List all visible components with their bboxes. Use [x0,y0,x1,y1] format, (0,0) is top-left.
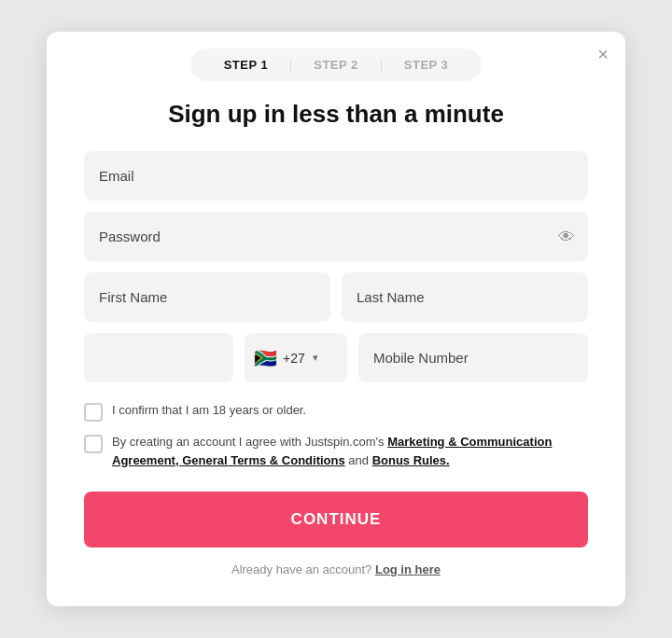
flag-icon: 🇿🇦 [254,347,277,369]
agreement-text-before: By creating an account I agree with Just… [112,435,387,449]
age-checkbox-row: I confirm that I am 18 years or older. [84,401,588,422]
continue-button[interactable]: CONTINUE [84,492,588,548]
modal-wrapper: STEP 1 STEP 2 STEP 3 × Sign up in less t… [0,0,672,638]
chevron-down-icon: ▾ [313,352,318,364]
currency-field: USD [84,333,233,382]
first-name-field[interactable] [84,272,330,322]
login-link[interactable]: Log in here [375,562,441,576]
mobile-field-wrapper [358,333,588,382]
step-divider-2 [381,59,382,72]
form-area: 👁 USD 🇿🇦 +27 ▾ [47,151,625,576]
email-field[interactable] [84,151,588,201]
password-field[interactable] [84,212,588,261]
step-3: STEP 3 [404,58,449,72]
eye-icon[interactable]: 👁 [558,227,575,246]
phone-code-value: +27 [283,351,305,366]
close-button[interactable]: × [597,45,609,63]
bonus-rules-link[interactable]: Bonus Rules. [372,453,450,467]
step-1: STEP 1 [224,58,269,72]
steps-pill: STEP 1 STEP 2 STEP 3 [190,49,483,81]
mobile-number-field[interactable] [358,333,588,382]
modal-title: Sign up in less than a minute [47,100,625,129]
step-2: STEP 2 [314,58,358,72]
currency-input[interactable]: USD [84,333,233,382]
login-text: Already have an account? Log in here [84,562,588,576]
age-label: I confirm that I am 18 years or older. [112,401,306,420]
agreement-text-middle: and [345,453,372,467]
agreement-checkbox[interactable] [84,435,103,453]
name-row [84,272,588,322]
already-have-account-text: Already have an account? [231,562,371,576]
contact-row: USD 🇿🇦 +27 ▾ [84,333,588,382]
steps-container: STEP 1 STEP 2 STEP 3 [47,32,625,96]
checkbox-group: I confirm that I am 18 years or older. B… [84,401,588,469]
last-name-field[interactable] [342,272,588,322]
agreement-checkbox-row: By creating an account I agree with Just… [84,433,588,469]
password-wrapper: 👁 [84,212,588,261]
signup-modal: STEP 1 STEP 2 STEP 3 × Sign up in less t… [47,32,625,606]
phone-code-selector[interactable]: 🇿🇦 +27 ▾ [245,333,347,382]
step-divider-1 [290,59,291,72]
age-checkbox[interactable] [84,403,103,422]
agreement-label: By creating an account I agree with Just… [112,433,588,469]
